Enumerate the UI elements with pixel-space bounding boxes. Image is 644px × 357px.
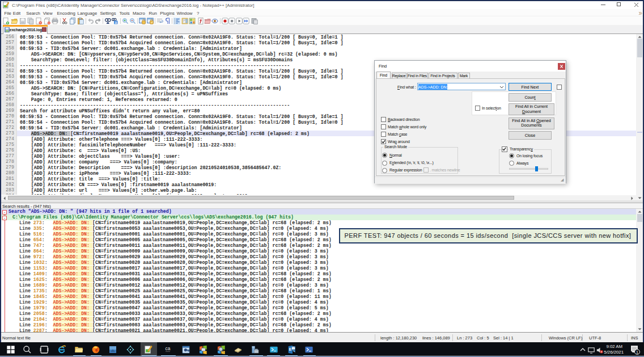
svg-text:a: a bbox=[115, 20, 117, 24]
svg-text:1: 1 bbox=[636, 350, 638, 354]
svg-text:E: E bbox=[289, 347, 292, 351]
svg-text:ca: ca bbox=[166, 346, 171, 351]
